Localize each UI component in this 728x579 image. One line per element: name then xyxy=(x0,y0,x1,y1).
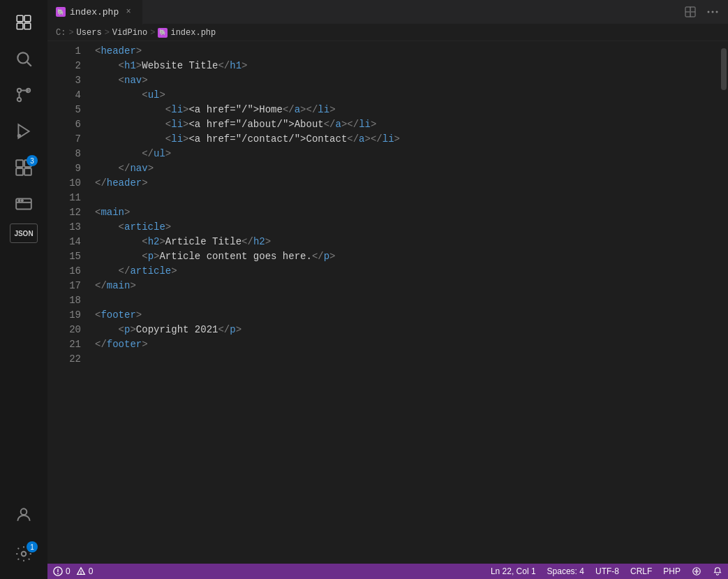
line-number: 22 xyxy=(47,352,81,367)
activity-bar: 3 JSON 1 xyxy=(0,0,47,579)
line-numbers: 12345678910111213141516171819202122 xyxy=(47,41,89,564)
breadcrumb-file[interactable]: index.php xyxy=(170,28,216,38)
code-line[interactable]: <article> xyxy=(89,220,718,235)
scrollbar-thumb[interactable] xyxy=(721,48,727,90)
line-number: 3 xyxy=(47,73,81,88)
code-line[interactable]: <li><a href="/">Home</a></li> xyxy=(89,103,718,117)
code-line[interactable]: <p>Copyright 2021</p> xyxy=(89,323,718,337)
sidebar-item-run[interactable] xyxy=(7,115,40,148)
code-line[interactable] xyxy=(89,352,718,367)
remote-icon xyxy=(692,566,701,576)
line-number: 18 xyxy=(47,293,81,308)
sidebar-item-account[interactable] xyxy=(7,498,40,532)
line-number: 21 xyxy=(47,337,81,352)
code-line[interactable]: <footer> xyxy=(89,308,718,323)
code-line[interactable]: <p>Article content goes here.</p> xyxy=(89,249,718,264)
status-errors[interactable]: 0 0 xyxy=(47,564,98,579)
status-remote-button[interactable] xyxy=(686,564,707,579)
line-number: 4 xyxy=(47,88,81,103)
breadcrumb-php-icon: 🐘 xyxy=(158,28,168,38)
tab-index-php[interactable]: 🐘 index.php × xyxy=(47,0,143,24)
editor-area: 🐘 index.php × C: > Users > xyxy=(47,0,728,579)
code-line[interactable]: <h2>Article Title</h2> xyxy=(89,235,718,249)
svg-rect-11 xyxy=(16,160,23,167)
tab-filename: index.php xyxy=(70,7,119,17)
line-number: 8 xyxy=(47,147,81,161)
settings-badge: 1 xyxy=(27,541,38,552)
code-line[interactable]: </main> xyxy=(89,279,718,293)
svg-point-29 xyxy=(80,573,82,574)
sidebar-item-json[interactable]: JSON xyxy=(10,223,38,243)
bell-icon xyxy=(713,566,722,576)
svg-point-22 xyxy=(708,11,710,13)
error-count: 0 xyxy=(66,566,70,576)
code-line[interactable]: <header> xyxy=(89,44,718,59)
code-line[interactable] xyxy=(89,293,718,308)
code-line[interactable]: </nav> xyxy=(89,161,718,176)
code-line[interactable]: </footer> xyxy=(89,337,718,352)
sidebar-item-source-control[interactable] xyxy=(7,78,40,112)
code-line[interactable]: <ul> xyxy=(89,88,718,103)
svg-point-6 xyxy=(17,98,21,101)
encoding-label: UTF-8 xyxy=(595,566,619,576)
line-number: 13 xyxy=(47,220,81,235)
line-number: 16 xyxy=(47,264,81,279)
code-line[interactable]: <li><a href="/contact/">Contact</a></li> xyxy=(89,132,718,147)
svg-rect-14 xyxy=(24,168,31,175)
status-language[interactable]: PHP xyxy=(658,564,686,579)
line-number: 7 xyxy=(47,132,81,147)
code-line[interactable] xyxy=(89,191,718,205)
code-line[interactable]: <main> xyxy=(89,205,718,220)
svg-point-20 xyxy=(22,552,27,557)
breadcrumb: C: > Users > VidPino > 🐘 index.php xyxy=(47,24,728,41)
code-line[interactable]: <li><a href="/about/">About</a></li> xyxy=(89,117,718,132)
code-line[interactable]: </article> xyxy=(89,264,718,279)
code-line[interactable]: </ul> xyxy=(89,147,718,161)
code-line[interactable]: <nav> xyxy=(89,73,718,88)
status-notifications[interactable] xyxy=(707,564,728,579)
svg-point-18 xyxy=(22,200,23,201)
svg-rect-1 xyxy=(24,15,31,22)
svg-rect-3 xyxy=(24,23,31,29)
status-position[interactable]: Ln 22, Col 1 xyxy=(485,564,542,579)
breadcrumb-users[interactable]: Users xyxy=(77,28,102,38)
line-number: 15 xyxy=(47,249,81,264)
status-encoding[interactable]: UTF-8 xyxy=(590,564,625,579)
spaces-label: Spaces: 4 xyxy=(547,566,584,576)
breadcrumb-sep-2: > xyxy=(105,28,110,38)
sidebar-item-extensions[interactable]: 3 xyxy=(7,151,40,184)
tab-close-button[interactable]: × xyxy=(123,6,134,17)
svg-point-8 xyxy=(17,89,21,92)
svg-line-5 xyxy=(27,62,31,66)
svg-rect-2 xyxy=(17,23,23,29)
sidebar-item-search[interactable] xyxy=(7,42,40,75)
code-area[interactable]: <header> <h1>Website Title</h1> <nav> <u… xyxy=(89,41,718,564)
more-actions-button[interactable] xyxy=(703,2,722,22)
status-spaces[interactable]: Spaces: 4 xyxy=(542,564,590,579)
code-line[interactable]: <h1>Website Title</h1> xyxy=(89,59,718,73)
error-icon xyxy=(53,566,63,576)
status-bar: 0 0 Ln 22, Col 1 Spaces: 4 UTF-8 CRLF xyxy=(47,564,728,579)
line-number: 6 xyxy=(47,117,81,132)
status-right: Ln 22, Col 1 Spaces: 4 UTF-8 CRLF PHP xyxy=(485,564,728,579)
svg-point-10 xyxy=(17,134,21,138)
split-editor-button[interactable] xyxy=(681,2,700,22)
code-line[interactable]: </header> xyxy=(89,176,718,191)
svg-point-17 xyxy=(18,200,20,201)
sidebar-item-settings[interactable]: 1 xyxy=(7,537,40,571)
line-number: 10 xyxy=(47,176,81,191)
sidebar-item-explorer[interactable] xyxy=(7,6,40,39)
cursor-position: Ln 22, Col 1 xyxy=(491,566,536,576)
sidebar-item-remote[interactable] xyxy=(7,187,40,221)
line-number: 12 xyxy=(47,205,81,220)
breadcrumb-vidpino[interactable]: VidPino xyxy=(112,28,147,38)
line-number: 20 xyxy=(47,323,81,337)
warning-icon xyxy=(76,566,86,576)
status-line-ending[interactable]: CRLF xyxy=(625,564,658,579)
json-label: JSON xyxy=(14,230,33,237)
breadcrumb-sep-3: > xyxy=(150,28,155,38)
svg-point-4 xyxy=(17,52,28,63)
scrollbar[interactable] xyxy=(718,41,728,564)
line-number: 5 xyxy=(47,103,81,117)
tab-bar: 🐘 index.php × xyxy=(47,0,728,24)
